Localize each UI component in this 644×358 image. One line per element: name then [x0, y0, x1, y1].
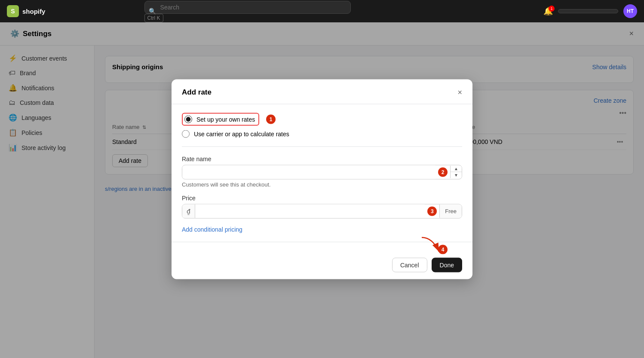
modal-body: Set up your own rates 1 Use carrier or a… — [172, 104, 472, 251]
own-rates-radio[interactable] — [184, 115, 192, 123]
step-1-badge: 1 — [266, 114, 276, 124]
modal-footer-divider — [172, 242, 472, 242]
cancel-button[interactable]: Cancel — [392, 257, 427, 272]
user-avatar-button[interactable]: HT — [623, 4, 637, 18]
rate-name-input-wrapper: 2 ▲ ▼ — [182, 165, 462, 179]
done-button[interactable]: Done — [432, 257, 462, 272]
logo-text: shopify — [22, 8, 45, 15]
carrier-label: Use carrier or app to calculate rates — [194, 130, 289, 137]
keyboard-hint: Ctrl K — [144, 14, 163, 22]
notification-badge: 1 — [549, 6, 555, 12]
modal-footer: 4 Cancel Done — [172, 251, 472, 279]
modal-header: Add rate × — [172, 79, 472, 104]
rate-name-group: Rate name 2 ▲ ▼ Customers will see this … — [182, 155, 462, 187]
topnav-right: 🔔 1 HT — [543, 4, 637, 18]
own-rates-wrapper: Set up your own rates — [182, 113, 259, 125]
modal-title: Add rate — [182, 88, 212, 97]
price-suffix: Free — [439, 205, 462, 218]
add-rate-modal: Add rate × Set up your own rates 1 Use c… — [172, 79, 472, 279]
price-input-wrapper: ₫ 0 3 Free — [182, 204, 462, 218]
radio-option-carrier[interactable]: Use carrier or app to calculate rates — [182, 130, 462, 138]
notifications-bell-button[interactable]: 🔔 1 — [543, 6, 553, 16]
store-selector[interactable] — [558, 9, 618, 13]
price-label: Price — [182, 194, 462, 201]
top-navigation: S shopify 🔍 Ctrl K 🔔 1 HT — [0, 0, 644, 22]
add-conditional-pricing-link[interactable]: Add conditional pricing — [182, 226, 242, 233]
radio-option-own-rates[interactable]: Set up your own rates 1 — [182, 113, 462, 125]
carrier-radio[interactable] — [182, 130, 190, 138]
stepper-down-button[interactable]: ▼ — [451, 172, 462, 178]
modal-close-button[interactable]: × — [457, 88, 462, 97]
rate-name-label: Rate name — [182, 155, 462, 162]
search-bar[interactable]: 🔍 Ctrl K — [144, 1, 351, 21]
stepper-up-button[interactable]: ▲ — [451, 166, 462, 172]
price-group: Price ₫ 0 3 Free — [182, 194, 462, 218]
rate-name-input[interactable] — [182, 165, 435, 179]
price-input[interactable]: 0 — [195, 204, 425, 218]
step-4-badge: 4 — [438, 245, 448, 254]
logo-icon: S — [7, 5, 19, 17]
step-3-badge: 3 — [427, 206, 437, 216]
search-input[interactable] — [144, 1, 351, 14]
step-2-badge: 2 — [438, 167, 448, 177]
checkout-hint: Customers will see this at checkout. — [182, 181, 462, 187]
price-prefix: ₫ — [182, 204, 195, 218]
search-icon: 🔍 — [149, 8, 156, 15]
rate-name-stepper: ▲ ▼ — [450, 166, 462, 178]
rate-type-radio-group: Set up your own rates 1 Use carrier or a… — [182, 113, 462, 138]
own-rates-label: Set up your own rates — [196, 116, 255, 122]
shopify-logo: S shopify — [7, 5, 45, 17]
